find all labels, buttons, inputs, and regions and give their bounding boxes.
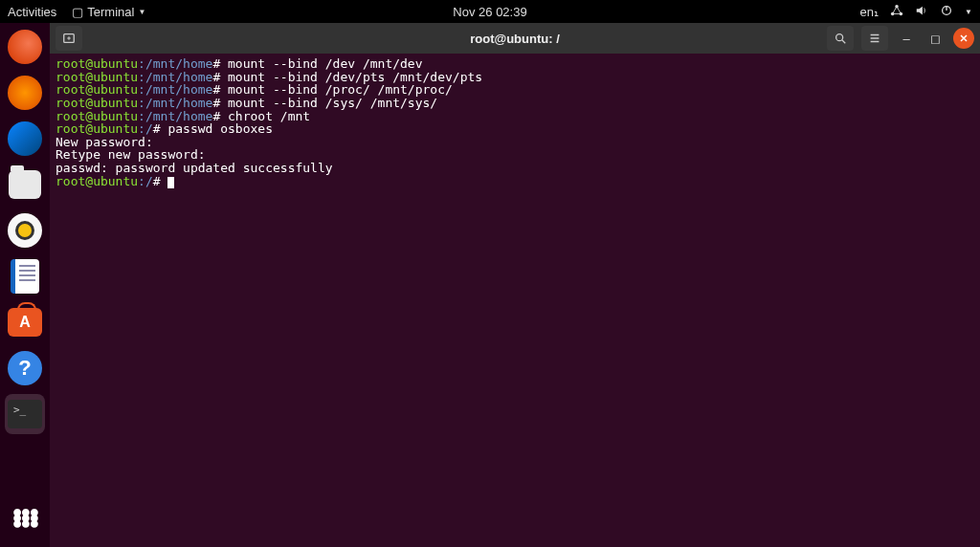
network-icon[interactable] <box>890 4 903 20</box>
window-title: root@ubuntu: / <box>470 32 560 46</box>
ubuntu-software-icon <box>8 308 42 337</box>
cursor <box>167 177 174 188</box>
show-applications-button[interactable]: ●●●●●●●●● <box>5 497 45 537</box>
terminal-glyph-icon: ▢ <box>72 5 83 19</box>
dock-software[interactable] <box>5 302 45 342</box>
minimize-button[interactable]: – <box>896 28 917 49</box>
activities-button[interactable]: Activities <box>8 5 56 19</box>
clock[interactable]: Nov 26 02:39 <box>453 5 526 19</box>
terminal-line: root@ubuntu:/mnt/home# mount --bind /dev… <box>56 71 974 84</box>
files-icon <box>9 170 41 199</box>
prompt-user: root@ubuntu <box>56 121 138 136</box>
terminal-line: root@ubuntu:/mnt/home# mount --bind /sys… <box>56 97 974 110</box>
terminal-line: passwd: password updated successfully <box>56 162 974 175</box>
maximize-button[interactable]: ◻ <box>924 28 946 49</box>
libreoffice-writer-icon <box>11 259 39 294</box>
dock-rhythmbox[interactable] <box>5 210 45 251</box>
new-tab-button[interactable] <box>56 26 82 51</box>
help-icon: ? <box>8 351 42 385</box>
ubuntu-logo-icon <box>8 30 42 64</box>
firefox-icon <box>8 76 42 110</box>
terminal-window: root@ubuntu: / – ◻ root@ubuntu:/mnt/home… <box>50 23 980 547</box>
app-menu[interactable]: ▢ Terminal ▼ <box>72 5 145 19</box>
dock: ? >_ ●●●●●●●●● <box>0 23 50 547</box>
dock-help[interactable]: ? <box>5 348 45 388</box>
hamburger-menu-button[interactable] <box>861 26 888 51</box>
terminal-line: root@ubuntu:/mnt/home# chroot /mnt <box>56 110 974 123</box>
prompt-path: :/ <box>138 121 153 136</box>
terminal-line: root@ubuntu:/mnt/home# mount --bind /dev… <box>56 57 974 71</box>
dock-writer[interactable] <box>5 256 45 296</box>
prompt-path: :/ <box>138 174 153 188</box>
thunderbird-icon <box>8 121 42 156</box>
close-button[interactable] <box>953 28 974 49</box>
terminal-line: root@ubuntu:/# passwd osboxes <box>56 122 974 136</box>
terminal-line: New password: <box>56 136 974 149</box>
command-text: passwd osboxes <box>167 121 273 136</box>
app-menu-label: Terminal <box>87 5 134 19</box>
prompt-user: root@ubuntu <box>56 174 138 188</box>
dock-files[interactable] <box>5 164 45 205</box>
terminal-line: Retype new password: <box>56 148 974 162</box>
gnome-topbar: Activities ▢ Terminal ▼ Nov 26 02:39 en₁… <box>0 0 980 23</box>
terminal-line: root@ubuntu:/mnt/home# mount --bind /pro… <box>56 83 974 97</box>
search-button[interactable] <box>827 26 854 51</box>
chevron-down-icon: ▼ <box>138 8 145 16</box>
dock-firefox[interactable] <box>5 73 45 113</box>
terminal-line: root@ubuntu:/# <box>56 175 974 188</box>
dock-ubuntu[interactable] <box>5 27 45 67</box>
volume-icon[interactable] <box>915 4 928 20</box>
terminal-viewport[interactable]: root@ubuntu:/mnt/home# mount --bind /dev… <box>50 54 980 547</box>
power-icon[interactable] <box>940 4 953 20</box>
svg-point-5 <box>836 34 843 41</box>
dock-terminal[interactable]: >_ <box>5 394 45 434</box>
system-menu-chevron-icon[interactable]: ▼ <box>965 8 972 16</box>
input-source-indicator[interactable]: en₁ <box>860 5 879 19</box>
dock-thunderbird[interactable] <box>5 119 45 159</box>
window-titlebar: root@ubuntu: / – ◻ <box>50 23 980 54</box>
rhythmbox-icon <box>8 213 42 248</box>
terminal-icon: >_ <box>8 400 42 428</box>
